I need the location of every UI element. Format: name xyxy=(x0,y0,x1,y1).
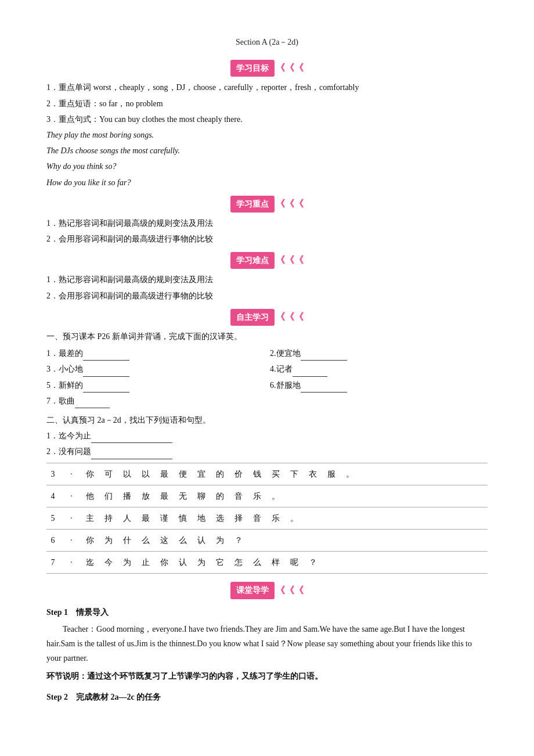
goal-sentence-1: They play the most boring songs. xyxy=(46,128,488,142)
self-study-section1: 一、预习课本 P26 新单词并背诵，完成下面的汉译英。 1．最差的 2.便宜地 … xyxy=(46,329,488,409)
goal-sentence-4: How do you like it so far? xyxy=(46,175,488,190)
blank-5[interactable] xyxy=(83,383,129,393)
self-study-label: 自主学习 xyxy=(230,309,275,326)
learning-goals-arrows: 《《《 xyxy=(276,60,304,77)
spaced-row-3: 3 · 你可以以最便宜的价钱买下衣服。 xyxy=(46,465,488,484)
divider-3-bot xyxy=(46,485,488,485)
row-num-6: 6 xyxy=(46,533,59,548)
self-study-arrows: 《《《 xyxy=(276,309,304,326)
divider-7-bot xyxy=(46,573,488,574)
step2-label: Step 2 完成教材 2a—2c 的任务 xyxy=(46,690,488,704)
spaced-row-5: 5 · 主持人最谨慎地选择音乐。 xyxy=(46,509,488,528)
key-point-2: 2．会用形容词和副词的最高级进行事物的比较 xyxy=(46,232,488,246)
self-study-header: 自主学习 《《《 xyxy=(46,309,488,326)
key-points-label: 学习重点 xyxy=(230,196,275,213)
self-study-section2: 二、认真预习 2a－2d，找出下列短语和句型。 1．迄今为止 2．没有问题 xyxy=(46,413,488,459)
goal-item-1: 1．重点单词 worst，cheaply，song，DJ，choose，care… xyxy=(46,80,488,95)
difficulty-2: 2．会用形容词和副词的最高级进行事物的比较 xyxy=(46,289,488,303)
vocab-item-1: 1．最差的 xyxy=(46,346,264,361)
key-points-items: 1．熟记形容词和副词最高级的规则变法及用法 2．会用形容词和副词的最高级进行事物… xyxy=(46,216,488,246)
blank-6[interactable] xyxy=(301,383,347,393)
difficulties-arrows: 《《《 xyxy=(276,252,304,269)
vocab-item-4: 4.记者 xyxy=(270,362,488,376)
spaced-row-6: 6 · 你为什么这么认为？ xyxy=(46,531,488,550)
blank-7[interactable] xyxy=(75,399,110,408)
learning-goals-items: 1．重点单词 worst，cheaply，song，DJ，choose，care… xyxy=(46,80,488,189)
vocab-item-5: 5．新鲜的 xyxy=(46,378,264,393)
vocab-item-2: 2.便宜地 xyxy=(270,346,488,361)
row-dot-5: · xyxy=(65,511,78,525)
row-num-3: 3 xyxy=(46,467,59,481)
difficulties-label: 学习难点 xyxy=(230,252,275,269)
key-point-1: 1．熟记形容词和副词最高级的规则变法及用法 xyxy=(46,216,488,231)
class-guide-arrows: 《《《 xyxy=(276,582,304,599)
divider-6-bot xyxy=(46,551,488,552)
blank-1[interactable] xyxy=(83,351,129,361)
goal-item-3: 3．重点句式：You can buy clothes the most chea… xyxy=(46,112,488,127)
goal-sentence-2: The DJs choose songs the most carefully. xyxy=(46,143,488,158)
phrase-blank-1[interactable] xyxy=(91,434,172,443)
difficulties-items: 1．熟记形容词和副词最高级的规则变法及用法 2．会用形容词和副词的最高级进行事物… xyxy=(46,272,488,303)
vocab-item-3: 3．小心地 xyxy=(46,362,264,376)
vocab-grid: 1．最差的 2.便宜地 3．小心地 4.记者 5．新鲜的 6.舒服地 7．歌曲 xyxy=(46,346,488,409)
vocab-item-6: 6.舒服地 xyxy=(270,378,488,393)
blank-3[interactable] xyxy=(83,368,129,377)
class-guide-header: 课堂导学 《《《 xyxy=(46,582,488,599)
phrase-1: 1．迄今为止 xyxy=(46,429,488,443)
row-num-7: 7 xyxy=(46,555,59,570)
step1-content: Teacher：Good morning，everyone.I have two… xyxy=(46,622,488,666)
blank-2[interactable] xyxy=(301,351,347,361)
divider-4-bot xyxy=(46,507,488,507)
env-note: 环节说明：通过这个环节既复习了上节课学习的内容，又练习了学生的口语。 xyxy=(46,669,488,683)
self-study-section2-label: 二、认真预习 2a－2d，找出下列短语和句型。 xyxy=(46,413,488,427)
vocab-item-7: 7．歌曲 xyxy=(46,394,264,408)
difficulty-1: 1．熟记形容词和副词最高级的规则变法及用法 xyxy=(46,272,488,287)
key-points-arrows: 《《《 xyxy=(276,196,304,213)
spaced-row-7: 7 · 迄今为止你认为它怎么样呢？ xyxy=(46,553,488,572)
spaced-row-4: 4 · 他们播放最无聊的音乐。 xyxy=(46,487,488,506)
row-dot-3: · xyxy=(65,467,78,481)
divider-5-bot xyxy=(46,529,488,530)
row-dot-7: · xyxy=(65,555,78,570)
learning-goals-header: 学习目标 《《《 xyxy=(46,60,488,77)
learning-goals-label: 学习目标 xyxy=(230,60,275,77)
row-dot-6: · xyxy=(65,533,78,548)
divider-3-top xyxy=(46,463,488,463)
section-title: Section A (2a－2d) xyxy=(46,35,488,49)
phrase-2: 2．没有问题 xyxy=(46,444,488,459)
row-num-4: 4 xyxy=(46,489,59,503)
difficulties-header: 学习难点 《《《 xyxy=(46,252,488,269)
goal-item-2: 2．重点短语：so far，no problem xyxy=(46,96,488,111)
phrase-blank-2[interactable] xyxy=(91,450,172,459)
row-dot-4: · xyxy=(65,489,78,503)
spaced-rows: 3 · 你可以以最便宜的价钱买下衣服。 4 · 他们播放最无聊的音乐。 5 · … xyxy=(46,463,488,574)
row-num-5: 5 xyxy=(46,511,59,525)
class-guide-label: 课堂导学 xyxy=(230,582,275,599)
self-study-section1-label: 一、预习课本 P26 新单词并背诵，完成下面的汉译英。 xyxy=(46,329,488,344)
goal-sentence-3: Why do you think so? xyxy=(46,159,488,174)
key-points-header: 学习重点 《《《 xyxy=(46,196,488,213)
step1-label: Step 1 情景导入 xyxy=(46,605,488,620)
blank-4[interactable] xyxy=(293,368,327,377)
